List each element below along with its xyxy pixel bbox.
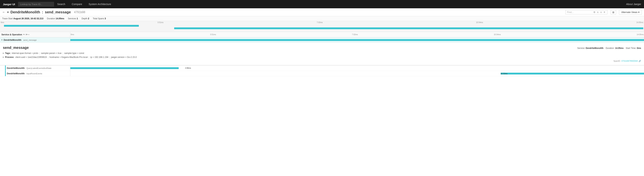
trace-duration: Duration 14.05ms — [47, 17, 64, 20]
span-bar-child2 — [501, 73, 644, 74]
minimap-label-4: 14.05ms — [636, 22, 643, 24]
find-next-icon[interactable]: ∨ — [600, 11, 602, 14]
minimap-bar-0 — [4, 25, 139, 27]
minimap[interactable]: 0ms 3.51ms 7.02ms 10.54ms 14.05ms — [0, 21, 644, 32]
span-service-child2: DendriteMonolith — [7, 72, 25, 75]
service-op-col-header: Service & Operation ▾ › ≫ » — [0, 32, 70, 37]
span-op-child2: InputRoomEvents — [26, 72, 42, 75]
trace-services: Services 1 — [68, 17, 78, 20]
minimap-label-1: 3.51ms — [158, 22, 164, 24]
span-process-tags: client-uuid = 1ee22dac22859619 | hostnam… — [15, 56, 137, 58]
trace-header: ← ▾ DendriteMonolith: send_message 4791b… — [0, 8, 644, 16]
nav-system-architecture-link[interactable]: System Architecture — [86, 3, 114, 6]
span-duration-child2: 10.53ms — [501, 72, 508, 74]
span-left-bar-child1 — [5, 66, 6, 71]
span-timeline-root — [70, 37, 644, 42]
span-id-value[interactable]: 4791b987f8900fd5 — [621, 60, 638, 62]
process-tag-3: jaeger.version = Go-2.15.0 — [111, 56, 137, 58]
timeline-header: Service & Operation ▾ › ≫ » 0ms 3.51ms 7… — [0, 32, 644, 37]
alternate-views-button[interactable]: Alternate Views ▾ — [619, 10, 642, 14]
minimap-bar-1 — [174, 28, 643, 29]
span-label-root[interactable]: ▾ DendriteMonolith send_message — [0, 37, 70, 42]
sort-icon-0[interactable]: ▾ — [23, 33, 24, 36]
sort-icon-2[interactable]: ≫ — [26, 33, 28, 36]
minimap-label-0: 0ms — [1, 22, 4, 24]
tag-1: sampler.param = true — [41, 52, 62, 54]
find-icons: ⚙ ∧ ∨ ✕ — [593, 11, 606, 14]
tags-label: Tags: — [5, 52, 11, 54]
span-detail-header: send_message Service: DendriteMonolith D… — [3, 46, 641, 50]
span-id-link-icon[interactable]: 🔗 — [638, 60, 641, 62]
trace-meta: Trace Start August 26 2020, 16:42:32.213… — [0, 16, 644, 21]
ruler-label-1: 3.51ms — [210, 34, 216, 36]
spans-area: ▾ DendriteMonolith send_message send_mes… — [0, 37, 644, 76]
process-arrow[interactable]: ▸ — [3, 56, 4, 58]
trace-id-badge: 4791b98 — [74, 11, 85, 14]
about-jaeger-button[interactable]: About Jaeger — [626, 3, 641, 6]
span-detail-start: Start Time: 0ms — [626, 47, 641, 50]
sort-icon-1[interactable]: › — [25, 33, 26, 36]
span-detail-tags-row: ▸ Tags: internal.span.format = proto | s… — [3, 52, 641, 54]
span-op-child1: QueryLatestEventsAndState — [26, 67, 52, 69]
minimap-labels: 0ms 3.51ms 7.02ms 10.54ms 14.05ms — [0, 21, 644, 24]
span-label-child2[interactable]: DendriteMonolith InputRoomEvents — [0, 71, 70, 76]
span-detail-tags: internal.span.format = proto | sampler.p… — [12, 52, 84, 54]
nav-compare-link[interactable]: Compare — [68, 3, 86, 6]
trace-operation-name: send_message — [45, 10, 71, 14]
span-detail-meta: Service: DendriteMonolith Duration: 14.0… — [577, 47, 641, 50]
span-service-child1: DendriteMonolith — [7, 67, 25, 70]
span-service-root: DendriteMonolith — [4, 39, 22, 41]
trace-id-input[interactable] — [18, 2, 54, 7]
span-id-row: SpanID: 4791b987f8900fd5 🔗 — [3, 60, 641, 62]
find-close-icon[interactable]: ✕ — [603, 11, 606, 14]
trace-total-spans: Total Spans 3 — [93, 17, 106, 20]
ruler-labels: 0ms 3.51ms 7.02ms 10.54ms 14.05ms — [70, 34, 644, 36]
find-settings-icon[interactable]: ⚙ — [593, 11, 596, 14]
trace-service-name: DendriteMonolith — [10, 10, 40, 14]
span-detail-service-label: Service: DendriteMonolith — [577, 47, 604, 50]
process-tag-1: hostname = Kegans-MacBook-Pro.local — [50, 56, 88, 58]
nav-search-link[interactable]: Search — [54, 3, 68, 6]
find-prev-icon[interactable]: ∧ — [596, 11, 599, 14]
process-tag-0: client-uuid = 1ee22dac22859619 — [15, 56, 47, 58]
span-detail-root: send_message Service: DendriteMonolith D… — [0, 43, 644, 66]
find-input-wrap: ⚙ ∧ ∨ ✕ — [566, 10, 608, 14]
trace-start-label: Trace Start August 26 2020, 16:42:32.213 — [2, 17, 43, 20]
span-detail-title: send_message — [3, 46, 29, 50]
trace-depth: Depth 2 — [82, 17, 89, 20]
tags-arrow[interactable]: ▸ — [3, 52, 4, 54]
span-op-root: send_message — [23, 39, 37, 41]
span-detail-process-row: ▸ Process: client-uuid = 1ee22dac2285961… — [3, 56, 641, 58]
ruler-label-0: 0ms — [71, 34, 74, 36]
span-chevron-root[interactable]: ▾ — [2, 39, 2, 41]
trace-operation-sep: : — [42, 10, 43, 14]
brand-label: Jaeger UI — [3, 3, 15, 6]
collapse-button[interactable]: ▾ — [7, 10, 9, 14]
tag-2: sampler.type = const — [64, 52, 84, 54]
minimap-label-3: 10.54ms — [476, 22, 483, 24]
ruler-label-2: 7.02ms — [352, 34, 358, 36]
back-button[interactable]: ← — [2, 10, 6, 14]
ruler-label-3: 10.54ms — [494, 34, 501, 36]
span-id-label: SpanID: — [613, 60, 620, 62]
process-label: Process: — [5, 56, 14, 58]
span-duration-child1: 2.66ms — [185, 67, 191, 69]
alt-views-chevron: ▾ — [638, 11, 640, 14]
sort-icons: ▾ › ≫ » — [23, 33, 30, 36]
span-label-child1[interactable]: DendriteMonolith QueryLatestEventsAndSta… — [0, 66, 70, 71]
timeline-ruler: 0ms 3.51ms 7.02ms 10.54ms 14.05ms — [70, 32, 644, 37]
span-bar-child1 — [70, 67, 179, 69]
minimap-label-2: 7.02ms — [317, 22, 323, 24]
grid-icon-button[interactable]: ⊞ — [611, 10, 616, 14]
span-row-child2: DendriteMonolith InputRoomEvents 10.53ms — [0, 71, 644, 76]
sort-icon-3[interactable]: » — [28, 33, 29, 36]
span-timeline-child2: 10.53ms — [70, 71, 644, 76]
process-tag-2: ip = 192.168.1.194 — [90, 56, 108, 58]
span-row-child1: DendriteMonolith QueryLatestEventsAndSta… — [0, 66, 644, 71]
tag-0: internal.span.format = proto — [12, 52, 38, 54]
span-row-root: ▾ DendriteMonolith send_message — [0, 37, 644, 43]
find-input[interactable] — [567, 11, 592, 14]
span-timeline-child1: 2.66ms — [70, 66, 644, 71]
ruler-label-4: 14.05ms — [637, 34, 644, 36]
navbar: Jaeger UI Search Compare System Architec… — [0, 0, 644, 8]
